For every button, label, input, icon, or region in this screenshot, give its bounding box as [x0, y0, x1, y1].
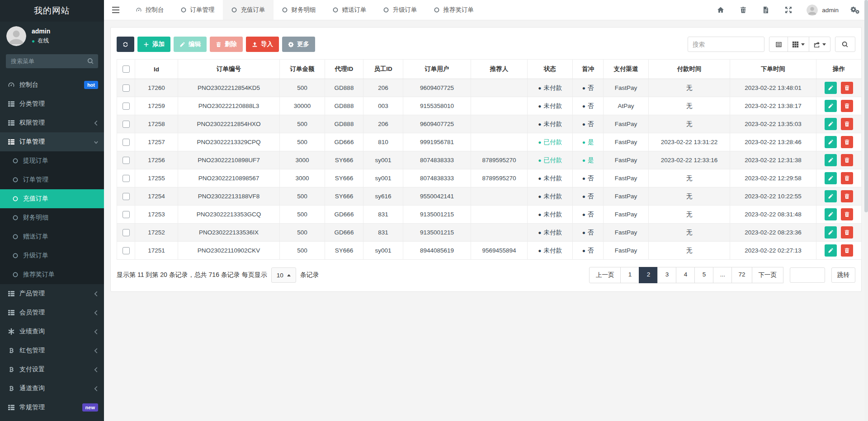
sidebar-item[interactable]: 财务明细	[0, 208, 104, 227]
row-edit-button[interactable]	[825, 190, 837, 202]
sidebar-item[interactable]: 常规管理 new	[0, 398, 104, 417]
sidebar-item[interactable]: 推荐奖订单	[0, 265, 104, 284]
toolbar-button[interactable]: 更多	[282, 37, 315, 52]
fullscreen-icon[interactable]	[785, 6, 792, 14]
sidebar-item[interactable]: 充值订单	[0, 189, 104, 208]
settings-gears-icon[interactable]	[850, 6, 860, 14]
page-button[interactable]: 3	[657, 267, 676, 283]
columns-button[interactable]	[788, 37, 809, 52]
row-edit-button[interactable]	[825, 154, 837, 166]
cell-first-charge: ●否	[573, 97, 604, 115]
trash-icon[interactable]	[740, 6, 747, 14]
row-edit-button[interactable]	[825, 244, 837, 257]
row-delete-button[interactable]	[841, 118, 853, 130]
row-delete-button[interactable]	[841, 172, 853, 184]
status-label: 未付款	[543, 193, 562, 200]
scrollbar[interactable]	[864, 0, 868, 421]
row-delete-button[interactable]	[841, 154, 853, 166]
sidebar-item[interactable]: 分类管理	[0, 94, 104, 113]
toolbar-button[interactable]: 添加	[137, 37, 170, 52]
sidebar-item[interactable]: 升级订单	[0, 246, 104, 265]
row-edit-button[interactable]	[825, 82, 837, 94]
hamburger-menu-icon[interactable]	[104, 0, 127, 20]
row-checkbox[interactable]	[123, 84, 130, 92]
row-edit-button[interactable]	[825, 136, 837, 148]
table-row: 17255 PNO23022210898567 3000 SY666 sy001…	[117, 169, 862, 187]
row-checkbox[interactable]	[123, 247, 130, 254]
search-button[interactable]	[835, 37, 855, 52]
page-button[interactable]: 2	[639, 267, 658, 283]
row-edit-button[interactable]	[825, 118, 837, 130]
sidebar-item[interactable]: 权限管理	[0, 113, 104, 132]
scrollbar-thumb[interactable]	[864, 0, 868, 212]
topnav-tab[interactable]: 升级订单	[375, 0, 425, 20]
row-checkbox[interactable]	[123, 139, 130, 146]
sidebar-item[interactable]: 会员管理	[0, 303, 104, 322]
row-delete-button[interactable]	[841, 226, 853, 239]
select-all-checkbox[interactable]	[123, 65, 130, 73]
row-checkbox[interactable]	[123, 193, 130, 200]
row-checkbox[interactable]	[123, 103, 130, 110]
topbar-username[interactable]: admin	[822, 7, 839, 14]
row-edit-button[interactable]	[825, 100, 837, 112]
first-charge-label: 否	[588, 229, 594, 236]
sidebar-item[interactable]: 订单管理	[0, 170, 104, 189]
jump-button[interactable]: 跳转	[831, 267, 855, 283]
page-button[interactable]: 下一页	[752, 267, 784, 283]
row-checkbox[interactable]	[123, 157, 130, 164]
topnav-tab[interactable]: 充值订单	[223, 0, 274, 20]
sidebar-item[interactable]: 提现订单	[0, 151, 104, 170]
toolbar-button[interactable]: 导入	[246, 37, 279, 52]
status-label: 未付款	[543, 175, 562, 182]
sidebar-item[interactable]: 产品管理	[0, 284, 104, 303]
row-delete-button[interactable]	[841, 136, 853, 148]
toolbar-button[interactable]	[117, 37, 134, 52]
topnav-tab[interactable]: 控制台	[127, 0, 172, 20]
cell-staff-id: sy616	[363, 187, 403, 206]
row-delete-button[interactable]	[841, 244, 853, 257]
sidebar-search-input[interactable]	[6, 54, 98, 68]
toolbar-button[interactable]: 编辑	[174, 37, 207, 52]
page-button[interactable]: ...	[713, 267, 732, 283]
page-button[interactable]: 上一页	[589, 267, 621, 283]
toolbar-button[interactable]: 删除	[210, 37, 243, 52]
table-search-input[interactable]	[688, 37, 764, 52]
sidebar-item[interactable]: 订单管理	[0, 132, 104, 151]
page-button[interactable]: 72	[731, 267, 752, 283]
cell-amount: 3000	[280, 169, 325, 187]
topnav-tab[interactable]: 财务明细	[274, 0, 324, 20]
cell-first-charge: ●否	[573, 169, 604, 187]
sidebar-item[interactable]: 赠送订单	[0, 227, 104, 246]
jump-page-input[interactable]	[790, 267, 825, 283]
topnav-tab[interactable]: 赠送订单	[324, 0, 375, 20]
row-checkbox[interactable]	[123, 121, 130, 128]
row-checkbox[interactable]	[123, 175, 130, 182]
row-edit-button[interactable]	[825, 208, 837, 220]
sidebar-item[interactable]: 通道查询	[0, 379, 104, 398]
topnav-tab[interactable]: 推荐奖订单	[425, 0, 482, 20]
export-button[interactable]	[809, 37, 830, 52]
page-button[interactable]: 5	[694, 267, 713, 283]
avatar[interactable]	[807, 5, 818, 16]
cell-created: 2023-02-22 13:38:17	[730, 97, 816, 115]
sidebar-item[interactable]: 红包管理	[0, 341, 104, 360]
row-delete-button[interactable]	[841, 208, 853, 220]
row-delete-button[interactable]	[841, 190, 853, 202]
sidebar-item[interactable]: 支付设置	[0, 360, 104, 379]
sidebar-item[interactable]: 业绩查询	[0, 322, 104, 341]
row-checkbox[interactable]	[123, 229, 130, 236]
row-edit-button[interactable]	[825, 226, 837, 239]
detail-view-button[interactable]	[769, 37, 788, 52]
page-button[interactable]: 4	[676, 267, 695, 283]
page-button[interactable]: 1	[620, 267, 639, 283]
home-icon[interactable]	[717, 6, 724, 14]
page-size-select[interactable]: 10	[271, 267, 296, 283]
row-delete-button[interactable]	[841, 100, 853, 112]
clear-cache-icon[interactable]	[762, 6, 769, 14]
row-edit-button[interactable]	[825, 172, 837, 184]
cell-id: 17254	[135, 187, 178, 206]
row-checkbox[interactable]	[123, 211, 130, 218]
topnav-tab[interactable]: 订单管理	[172, 0, 223, 20]
sidebar-item[interactable]: 控制台 hot	[0, 75, 104, 94]
row-delete-button[interactable]	[841, 82, 853, 94]
